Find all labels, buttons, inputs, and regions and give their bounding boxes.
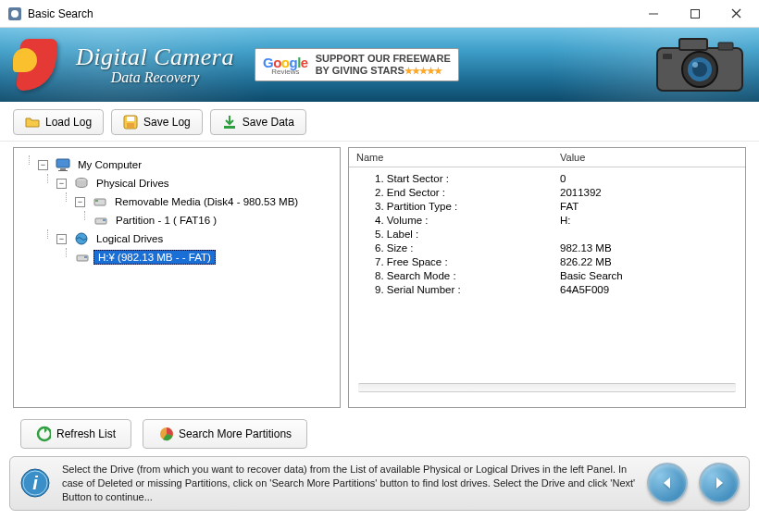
refresh-list-button[interactable]: Refresh List [20, 419, 131, 449]
svg-rect-3 [691, 9, 699, 18]
download-icon [222, 115, 237, 130]
detail-row: 9. Serial Number :64A5F009 [356, 282, 738, 296]
save-log-button[interactable]: Save Log [111, 109, 203, 135]
svg-rect-20 [58, 170, 68, 171]
svg-rect-19 [60, 168, 66, 170]
info-icon: i [19, 467, 51, 499]
tree-selected-drive[interactable]: H:¥ (982.13 MB - - FAT) [75, 248, 334, 266]
save-data-button[interactable]: Save Data [210, 109, 306, 135]
banner-title: Digital Camera [76, 43, 234, 71]
column-value[interactable]: Value [560, 152, 585, 163]
drive-tree[interactable]: − My Computer − Physical Drives − [19, 155, 334, 266]
header-banner: Digital Camera Data Recovery Google Revi… [0, 28, 759, 102]
main-content: − My Computer − Physical Drives − [0, 142, 759, 408]
logical-drive-icon [74, 231, 89, 246]
detail-row: 2. End Sector :2011392 [356, 185, 738, 199]
stars-icon: ★★★★★ [404, 66, 442, 76]
pie-chart-icon [158, 427, 173, 441]
search-more-partitions-button[interactable]: Search More Partitions [143, 419, 307, 449]
volume-icon [75, 250, 90, 265]
collapse-icon[interactable]: − [56, 179, 67, 189]
details-body: 1. Start Sector :0 2. End Sector :201139… [349, 167, 745, 300]
collapse-icon[interactable]: − [38, 160, 48, 170]
footer-bar: i Select the Drive (from which you want … [9, 456, 750, 511]
details-panel: Name Value 1. Start Sector :0 2. End Sec… [348, 147, 746, 408]
save-disk-icon [123, 115, 138, 130]
detail-row: 1. Start Sector :0 [356, 171, 738, 185]
detail-row: 8. Search Mode :Basic Search [356, 268, 738, 282]
svg-rect-13 [663, 54, 672, 59]
footer-help-text: Select the Drive (from which you want to… [62, 463, 636, 504]
drive-icon [74, 176, 89, 191]
maximize-button[interactable] [674, 1, 715, 27]
titlebar: Basic Search [0, 0, 759, 28]
tree-removable-media[interactable]: − Removable Media (Disk4 - 980.53 MB) [75, 192, 334, 211]
google-review-box[interactable]: Google Reviews SUPPORT OUR FREEWARE BY G… [255, 48, 459, 81]
tree-physical-drives[interactable]: − Physical Drives [56, 174, 334, 192]
svg-rect-16 [127, 123, 134, 128]
collapse-icon[interactable]: − [75, 197, 85, 207]
svg-rect-18 [56, 159, 69, 167]
svg-rect-15 [127, 117, 134, 121]
svg-rect-7 [679, 39, 707, 50]
camera-icon [653, 35, 746, 94]
refresh-icon [36, 427, 51, 441]
svg-rect-25 [103, 219, 106, 221]
detail-row: 5. Label : [356, 227, 738, 241]
computer-icon [56, 157, 70, 172]
next-button[interactable] [699, 463, 740, 503]
minimize-button[interactable] [632, 1, 674, 27]
column-name[interactable]: Name [356, 152, 560, 163]
tree-root[interactable]: − My Computer [38, 155, 334, 174]
app-logo [13, 39, 65, 91]
svg-rect-8 [718, 43, 733, 50]
removable-drive-icon [93, 194, 107, 209]
window-title: Basic Search [28, 7, 93, 20]
load-log-button[interactable]: Load Log [13, 109, 104, 135]
tree-logical-drives[interactable]: − Logical Drives [56, 229, 334, 248]
svg-rect-28 [84, 256, 87, 258]
detail-row: 3. Partition Type :FAT [356, 199, 738, 213]
tree-partition[interactable]: Partition - 1 ( FAT16 ) [93, 211, 334, 229]
svg-text:i: i [32, 473, 38, 493]
toolbar: Load Log Save Log Save Data [0, 102, 759, 142]
review-text: SUPPORT OUR FREEWARE BY GIVING STARS★★★★… [316, 53, 451, 77]
details-header: Name Value [349, 148, 745, 167]
close-button[interactable] [715, 1, 757, 27]
banner-subtitle: Data Recovery [76, 69, 234, 86]
svg-rect-17 [224, 126, 235, 129]
drive-tree-panel: − My Computer − Physical Drives − [13, 147, 341, 408]
folder-open-icon [25, 115, 40, 130]
svg-rect-23 [95, 200, 98, 202]
bottom-toolbar: Refresh List Search More Partitions [0, 408, 759, 456]
app-icon [7, 6, 22, 21]
detail-row: 6. Size :982.13 MB [356, 241, 738, 254]
back-button[interactable] [647, 463, 688, 503]
svg-point-12 [692, 62, 698, 68]
horizontal-scrollbar[interactable] [358, 383, 736, 392]
detail-row: 4. Volume :H: [356, 213, 738, 227]
detail-row: 7. Free Space :826.22 MB [356, 254, 738, 268]
collapse-icon[interactable]: − [56, 234, 67, 244]
svg-point-1 [11, 10, 19, 18]
partition-icon [93, 213, 108, 228]
